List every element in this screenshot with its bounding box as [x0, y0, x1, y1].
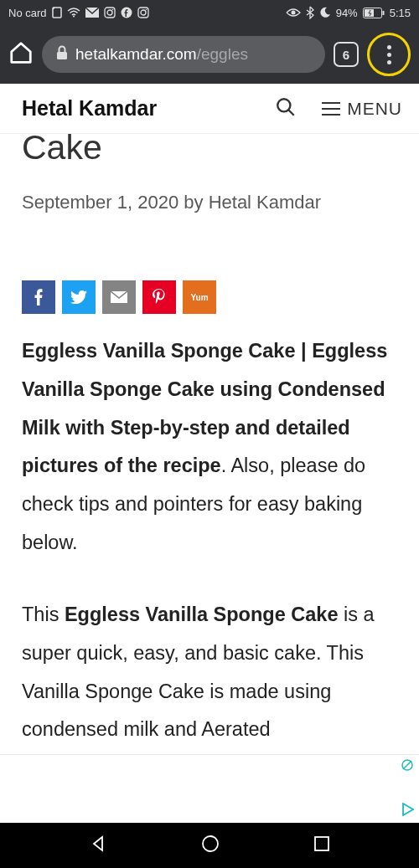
menu-button[interactable]: MENU — [322, 99, 402, 119]
site-header: Hetal Kamdar MENU — [0, 84, 419, 134]
bluetooth-icon — [306, 6, 314, 19]
ad-info-icon[interactable] — [401, 758, 414, 775]
share-email[interactable] — [102, 280, 136, 314]
ad-play-icon[interactable] — [402, 803, 414, 819]
svg-rect-3 — [105, 8, 115, 18]
svg-rect-13 — [382, 11, 384, 15]
url-bar[interactable]: hetalkamdar.com/eggles — [42, 36, 325, 73]
post-date: September 1, 2020 — [22, 192, 178, 213]
sim-icon — [52, 7, 62, 18]
wifi-icon — [67, 8, 80, 18]
svg-rect-7 — [138, 8, 148, 18]
svg-line-16 — [288, 110, 294, 116]
nav-recent-button[interactable] — [313, 835, 330, 855]
paragraph-2: This Eggless Vanilla Sponge Cake is a su… — [22, 596, 397, 749]
battery-icon — [363, 8, 385, 18]
share-yummly[interactable]: Yum — [183, 280, 216, 314]
instagram-icon-2 — [137, 7, 149, 18]
search-icon[interactable] — [275, 96, 297, 121]
p2-bold: Eggless Vanilla Sponge Cake — [65, 603, 339, 625]
menu-label: MENU — [347, 99, 402, 119]
carrier-label: No card — [8, 7, 47, 19]
mail-icon — [85, 8, 99, 18]
post-meta: September 1, 2020 by Hetal Kamdar — [22, 192, 397, 213]
svg-rect-14 — [57, 52, 67, 59]
instagram-icon — [104, 7, 116, 18]
post-title: Cake — [22, 131, 397, 165]
moon-icon — [319, 7, 331, 18]
paragraph-1: Eggless Vanilla Sponge Cake | Eggless Va… — [22, 332, 397, 562]
svg-point-9 — [145, 9, 147, 11]
post-content: Cake September 1, 2020 by Hetal Kamdar Y… — [0, 131, 419, 749]
yum-label: Yum — [190, 293, 208, 302]
svg-rect-0 — [53, 8, 61, 18]
more-menu-button[interactable] — [387, 45, 391, 64]
url-path: /eggles — [197, 45, 248, 63]
svg-point-20 — [203, 836, 218, 851]
share-facebook[interactable] — [22, 280, 55, 314]
site-title[interactable]: Hetal Kamdar — [22, 96, 157, 121]
svg-point-5 — [111, 9, 113, 11]
android-nav-bar — [0, 823, 419, 868]
more-menu-highlight — [367, 33, 411, 76]
svg-line-19 — [403, 761, 411, 769]
android-status-bar: No card 94% 5:15 — [0, 0, 419, 25]
nav-home-button[interactable] — [200, 834, 220, 857]
share-twitter[interactable] — [62, 280, 96, 314]
post-author[interactable]: Hetal Kamdar — [209, 192, 322, 213]
home-icon[interactable] — [8, 40, 34, 69]
url-domain: hetalkamdar.com — [75, 45, 197, 63]
tab-switcher[interactable]: 6 — [334, 42, 359, 67]
svg-point-15 — [277, 99, 290, 111]
svg-point-1 — [73, 16, 75, 18]
battery-pct: 94% — [336, 7, 358, 19]
ad-banner[interactable] — [0, 754, 419, 823]
lock-icon — [55, 45, 69, 64]
browser-toolbar: hetalkamdar.com/eggles 6 — [0, 25, 419, 84]
share-row: Yum — [22, 280, 397, 314]
facebook-icon — [121, 7, 132, 18]
hamburger-icon — [322, 102, 340, 116]
svg-point-4 — [107, 10, 112, 15]
tab-count-label: 6 — [343, 48, 349, 62]
clock-label: 5:15 — [390, 7, 411, 19]
by-label: by — [184, 192, 203, 213]
svg-point-10 — [291, 11, 295, 15]
p2-a: This — [22, 603, 65, 625]
svg-point-8 — [141, 10, 146, 15]
share-pinterest[interactable] — [142, 280, 176, 314]
svg-rect-21 — [315, 837, 328, 850]
eye-icon — [286, 8, 301, 18]
status-right: 94% 5:15 — [286, 6, 411, 19]
nav-back-button[interactable] — [89, 835, 107, 856]
status-left: No card — [8, 7, 149, 19]
